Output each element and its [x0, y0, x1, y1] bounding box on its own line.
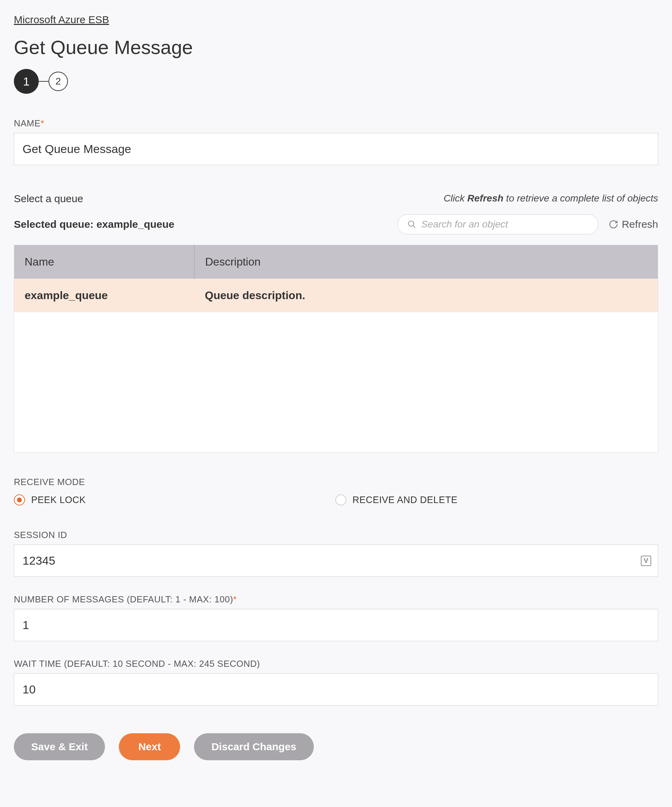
- refresh-button[interactable]: Refresh: [609, 218, 658, 230]
- refresh-label: Refresh: [622, 218, 658, 230]
- num-messages-input[interactable]: [14, 609, 658, 641]
- session-id-label: SESSION ID: [14, 530, 658, 540]
- radio-peek-lock[interactable]: PEEK LOCK: [14, 494, 86, 505]
- num-messages-label: NUMBER OF MESSAGES (DEFAULT: 1 - MAX: 10…: [14, 594, 658, 605]
- refresh-icon: [609, 219, 618, 229]
- breadcrumb-link[interactable]: Microsoft Azure ESB: [14, 14, 109, 25]
- radio-icon: [335, 494, 346, 505]
- wait-time-label: WAIT TIME (DEFAULT: 10 SECOND - MAX: 245…: [14, 659, 658, 669]
- session-id-input[interactable]: [14, 545, 658, 577]
- search-box[interactable]: [397, 214, 598, 234]
- radio-peek-label: PEEK LOCK: [31, 495, 86, 505]
- step-connector: [39, 81, 48, 82]
- name-label: NAME*: [14, 118, 658, 129]
- col-description[interactable]: Description: [194, 245, 658, 279]
- stepper: 1 2: [14, 69, 658, 94]
- table-row[interactable]: example_queue Queue description.: [14, 279, 658, 312]
- page-title: Get Queue Message: [14, 36, 658, 58]
- cell-description: Queue description.: [194, 279, 658, 312]
- col-name[interactable]: Name: [14, 245, 194, 279]
- discard-button[interactable]: Discard Changes: [194, 733, 313, 760]
- next-button[interactable]: Next: [119, 733, 180, 760]
- search-input[interactable]: [421, 219, 588, 230]
- search-icon: [408, 220, 416, 229]
- svg-point-0: [408, 221, 414, 226]
- radio-icon: [14, 494, 25, 505]
- svg-line-1: [413, 225, 415, 228]
- queue-table-wrapper[interactable]: Name Description example_queue Queue des…: [14, 245, 658, 452]
- radio-receive-delete[interactable]: RECEIVE AND DELETE: [335, 494, 457, 505]
- step-1[interactable]: 1: [14, 69, 39, 94]
- step-2[interactable]: 2: [48, 71, 68, 91]
- save-exit-button[interactable]: Save & Exit: [14, 733, 105, 760]
- refresh-hint: Click Refresh to retrieve a complete lis…: [444, 193, 658, 204]
- radio-receive-label: RECEIVE AND DELETE: [353, 495, 457, 505]
- selected-queue-text: Selected queue: example_queue: [14, 218, 175, 230]
- select-queue-label: Select a queue: [14, 193, 83, 204]
- name-input[interactable]: [14, 133, 658, 165]
- receive-mode-label: RECEIVE MODE: [14, 477, 658, 487]
- wait-time-input[interactable]: [14, 673, 658, 706]
- variable-icon[interactable]: V: [641, 556, 651, 566]
- cell-name: example_queue: [14, 279, 194, 312]
- queue-table: Name Description example_queue Queue des…: [14, 245, 658, 312]
